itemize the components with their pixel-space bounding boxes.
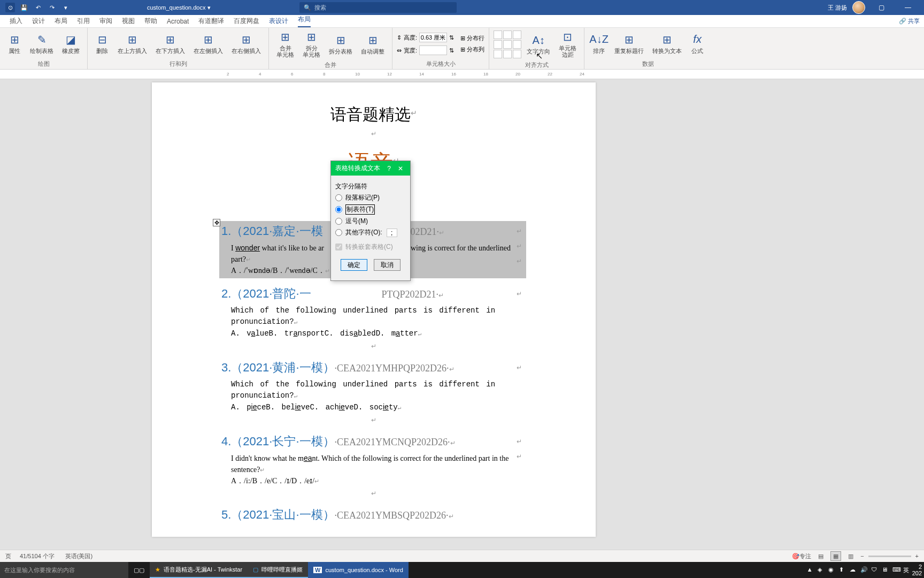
- tab-insert[interactable]: 插入: [10, 17, 22, 26]
- tab-table-layout[interactable]: 布局: [298, 15, 311, 27]
- align-tc[interactable]: [503, 31, 512, 39]
- tab-youdao[interactable]: 有道翻译: [198, 17, 224, 26]
- zoom-in-icon[interactable]: +: [915, 553, 919, 559]
- avatar[interactable]: [852, 1, 865, 14]
- distribute-rows-button[interactable]: ⊞ 分布行: [460, 34, 484, 42]
- insert-below-button[interactable]: ⊞在下方插入: [152, 32, 188, 56]
- file-icon[interactable]: ⊙: [5, 3, 15, 12]
- tab-design[interactable]: 设计: [32, 17, 45, 26]
- split-cells-button[interactable]: ⊞拆分 单元格: [299, 29, 324, 60]
- language[interactable]: 英语(美国): [65, 552, 93, 560]
- split-table-button[interactable]: ⊞拆分表格: [326, 32, 356, 57]
- network-icon[interactable]: 🖥: [882, 566, 889, 574]
- radio-comma[interactable]: 逗号(M): [335, 217, 406, 226]
- undo-icon[interactable]: ↶: [33, 3, 43, 12]
- taskbar-search[interactable]: 在这里输入你要搜索的内容: [0, 562, 128, 578]
- align-br[interactable]: [513, 50, 521, 58]
- align-tl[interactable]: [494, 31, 502, 39]
- document-area[interactable]: 语音题精选 ↵ 语音 ↵ ↵ ↵ ✥ 1.（2021·嘉定·一模XXXXXXXX…: [0, 79, 924, 562]
- tab-table-design[interactable]: 表设计: [269, 17, 288, 26]
- cancel-button[interactable]: 取消: [374, 259, 401, 271]
- dialog-titlebar[interactable]: 表格转换成文本 ? ✕: [331, 161, 410, 176]
- tab-review[interactable]: 审阅: [99, 17, 112, 26]
- keyboard-icon[interactable]: ⌨: [892, 566, 900, 574]
- focus-mode[interactable]: 🎯专注: [792, 552, 811, 560]
- convert-to-text-button[interactable]: ⊞转换为文本: [649, 32, 685, 56]
- width-input[interactable]: [419, 45, 447, 55]
- share-button[interactable]: 🔗 共享: [897, 16, 922, 26]
- spinner-icon[interactable]: ⇅: [449, 34, 454, 41]
- tray-icon[interactable]: ◉: [828, 566, 836, 574]
- tab-help[interactable]: 帮助: [144, 17, 157, 26]
- alignment-grid[interactable]: [494, 31, 521, 58]
- align-mc[interactable]: [503, 40, 512, 49]
- ime-indicator[interactable]: 英: [903, 566, 909, 574]
- eraser-button[interactable]: ◪橡皮擦: [59, 32, 83, 56]
- properties-button[interactable]: ⊞属性: [4, 32, 25, 56]
- cell-margins-button[interactable]: ⊡单元格 边距: [556, 29, 580, 60]
- distribute-cols-button[interactable]: ⊞ 分布列: [460, 45, 484, 54]
- taskbar-twinkstar[interactable]: ★语音题精选-无漏AI - Twinkstar: [150, 562, 248, 578]
- taskbar-bilibili[interactable]: ▢哔哩哔哩直播姬: [248, 562, 308, 578]
- tab-view[interactable]: 视图: [122, 17, 135, 26]
- table-move-handle[interactable]: ✥: [213, 219, 220, 226]
- zoom-out-icon[interactable]: −: [860, 553, 864, 559]
- spinner-icon[interactable]: ⇅: [449, 47, 454, 54]
- help-icon[interactable]: ?: [387, 165, 391, 172]
- insert-above-button[interactable]: ⊞在上方插入: [114, 32, 150, 56]
- save-icon[interactable]: 💾: [19, 3, 29, 12]
- read-mode-icon[interactable]: ▤: [815, 551, 826, 561]
- task-view-button[interactable]: ▢▢: [128, 562, 150, 578]
- tab-references[interactable]: 引用: [77, 17, 90, 26]
- web-layout-icon[interactable]: ▥: [845, 551, 856, 561]
- radio-tab[interactable]: 制表符(T): [335, 204, 406, 215]
- draw-table-button[interactable]: ✎绘制表格: [27, 32, 57, 56]
- repeat-header-button[interactable]: ⊞重复标题行: [611, 32, 647, 56]
- sort-button[interactable]: A↓Z排序: [589, 32, 609, 56]
- ok-button[interactable]: 确定: [341, 259, 367, 271]
- height-input[interactable]: [419, 33, 447, 42]
- text-direction-button[interactable]: A↕文字方向: [523, 32, 553, 57]
- checkbox-nested[interactable]: 转换嵌套表格(C): [335, 242, 406, 252]
- taskbar-word[interactable]: Wcustom_question.docx - Word: [308, 562, 409, 578]
- minimize-icon[interactable]: —: [897, 0, 919, 15]
- ruler[interactable]: 24681012141618202224: [0, 70, 924, 79]
- align-bc[interactable]: [503, 50, 512, 58]
- formula-button[interactable]: fx公式: [687, 32, 707, 56]
- dropdown-icon[interactable]: ▾: [61, 3, 71, 12]
- clock-date[interactable]: 202: [912, 570, 922, 576]
- tray-icon[interactable]: ▲: [807, 566, 814, 574]
- other-char-input[interactable]: [387, 229, 397, 237]
- insert-left-button[interactable]: ⊞在左侧插入: [190, 32, 226, 56]
- search-box[interactable]: 🔍 搜索: [299, 2, 457, 13]
- autofit-button[interactable]: ⊞自动调整: [358, 32, 388, 57]
- tab-baidu[interactable]: 百度网盘: [234, 17, 259, 26]
- close-icon[interactable]: ✕: [393, 165, 408, 172]
- radio-paragraph[interactable]: 段落标记(P): [335, 193, 406, 202]
- merge-cells-button[interactable]: ⊞合并 单元格: [273, 29, 297, 60]
- tray-icon[interactable]: 🛡: [871, 566, 879, 574]
- radio-other[interactable]: 其他字符(O):: [335, 228, 406, 237]
- delete-button[interactable]: ⊟删除: [92, 32, 112, 56]
- tab-acrobat[interactable]: Acrobat: [167, 18, 189, 25]
- zoom-slider[interactable]: [868, 556, 911, 557]
- user-name[interactable]: 王 游扬: [828, 4, 847, 12]
- ribbon-options-icon[interactable]: ▢: [871, 0, 892, 15]
- align-mr[interactable]: [513, 40, 521, 49]
- document-title[interactable]: custom_question.docx ▾: [147, 4, 211, 11]
- insert-right-button[interactable]: ⊞在右侧插入: [228, 32, 264, 56]
- clock-time[interactable]: 2: [912, 564, 922, 570]
- align-tr[interactable]: [513, 31, 521, 39]
- redo-icon[interactable]: ↷: [47, 3, 57, 12]
- tray-icon[interactable]: ◈: [818, 566, 825, 574]
- tab-layout[interactable]: 布局: [55, 17, 67, 26]
- tray-icon[interactable]: ⬆: [839, 566, 846, 574]
- tray-icon[interactable]: ☁: [850, 566, 857, 574]
- print-layout-icon[interactable]: ▦: [830, 551, 841, 561]
- align-ml[interactable]: [494, 40, 502, 49]
- word-count[interactable]: 41/5104 个字: [20, 552, 55, 560]
- page-indicator[interactable]: 页: [5, 552, 11, 560]
- align-bl[interactable]: [494, 50, 502, 58]
- volume-icon[interactable]: 🔊: [860, 566, 868, 574]
- paragraph-mark: ↵: [152, 490, 596, 497]
